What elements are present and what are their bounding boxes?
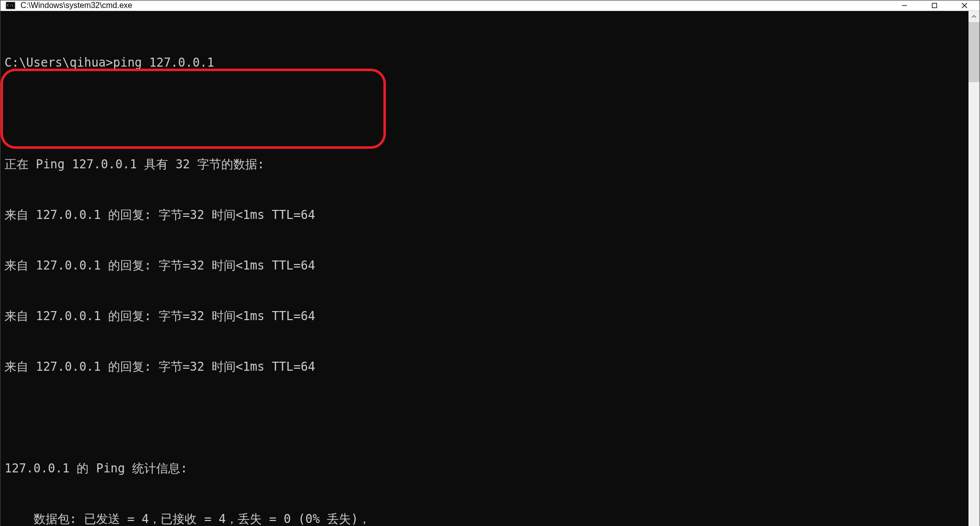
content-wrapper: C:\Users\qihua>ping 127.0.0.1 正在 Ping 12… — [1, 11, 979, 526]
ping-reply: 来自 127.0.0.1 的回复: 字节=32 时间<1ms TTL=64 — [5, 359, 968, 376]
window-controls — [889, 1, 979, 11]
terminal-area[interactable]: C:\Users\qihua>ping 127.0.0.1 正在 Ping 12… — [1, 11, 968, 526]
close-button[interactable] — [949, 1, 979, 11]
minimize-button[interactable] — [889, 1, 919, 11]
ping-reply: 来自 127.0.0.1 的回复: 字节=32 时间<1ms TTL=64 — [5, 257, 968, 275]
titlebar[interactable]: C:\ C:\Windows\system32\cmd.exe — [1, 1, 979, 11]
command-line: C:\Users\qihua>ping 127.0.0.1 — [5, 55, 968, 72]
svg-rect-3 — [932, 4, 937, 8]
ping-reply: 来自 127.0.0.1 的回复: 字节=32 时间<1ms TTL=64 — [5, 207, 968, 224]
blank-line — [5, 410, 968, 427]
window-title: C:\Windows\system32\cmd.exe — [21, 1, 889, 10]
scrollbar-track[interactable] — [968, 22, 979, 526]
ping-reply: 来自 127.0.0.1 的回复: 字节=32 时间<1ms TTL=64 — [5, 308, 968, 325]
vertical-scrollbar[interactable] — [968, 11, 979, 526]
scrollbar-thumb[interactable] — [968, 22, 979, 82]
stats-packets: 数据包: 已发送 = 4，已接收 = 4，丢失 = 0 (0% 丢失)， — [5, 511, 968, 526]
cmd-icon: C:\ — [6, 1, 16, 11]
svg-text:C:\: C:\ — [7, 4, 14, 8]
maximize-button[interactable] — [919, 1, 949, 11]
cmd-window: C:\ C:\Windows\system32\cmd.exe C:\Users… — [0, 0, 980, 526]
ping-header: 正在 Ping 127.0.0.1 具有 32 字节的数据: — [5, 156, 968, 173]
scroll-up-button[interactable] — [968, 11, 979, 22]
command-text: ping 127.0.0.1 — [113, 56, 214, 70]
blank-line — [5, 105, 968, 122]
stats-header: 127.0.0.1 的 Ping 统计信息: — [5, 460, 968, 477]
prompt-path: C:\Users\qihua> — [5, 56, 113, 70]
